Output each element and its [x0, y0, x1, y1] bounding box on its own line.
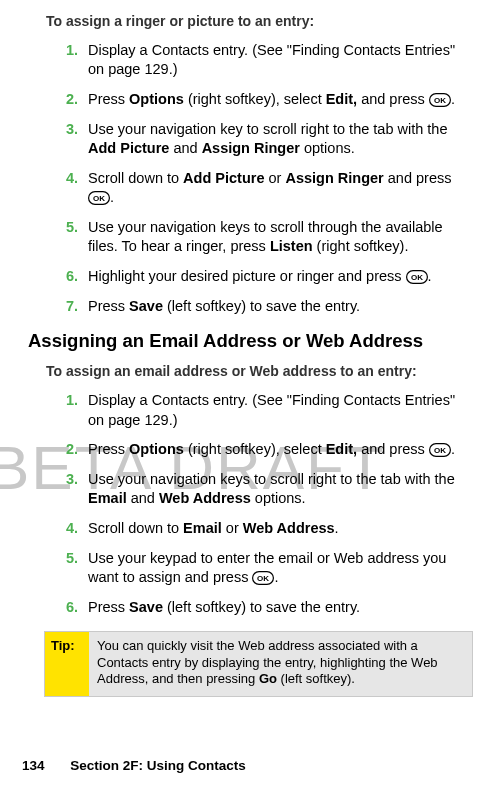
step-text: Use your navigation keys to scroll throu… — [88, 218, 473, 257]
section2-step-3: 3.Use your navigation keys to scroll rig… — [44, 470, 473, 509]
footer-section: Section 2F: Using Contacts — [70, 758, 246, 773]
step-number: 4. — [44, 519, 88, 539]
step-number: 6. — [44, 267, 88, 287]
step-text: Use your navigation key to scroll right … — [88, 120, 473, 159]
step-text: Press Options (right softkey), select Ed… — [88, 90, 473, 110]
step-number: 1. — [44, 391, 88, 430]
ok-key-icon: OK — [252, 571, 274, 585]
section1-step-1: 1.Display a Contacts entry. (See "Findin… — [44, 41, 473, 80]
section1-step-7: 7.Press Save (left softkey) to save the … — [44, 297, 473, 317]
section1-step-6: 6.Highlight your desired picture or ring… — [44, 267, 473, 287]
step-text: Display a Contacts entry. (See "Finding … — [88, 41, 473, 80]
step-number: 5. — [44, 218, 88, 257]
section1-steps: 1.Display a Contacts entry. (See "Findin… — [44, 41, 473, 316]
section1-step-3: 3.Use your navigation key to scroll righ… — [44, 120, 473, 159]
section1-intro: To assign a ringer or picture to an entr… — [46, 12, 473, 31]
page-footer: 134 Section 2F: Using Contacts — [22, 758, 246, 773]
ok-key-icon: OK — [429, 443, 451, 457]
section2-steps: 1.Display a Contacts entry. (See "Findin… — [44, 391, 473, 617]
section2-step-5: 5.Use your keypad to enter the email or … — [44, 549, 473, 588]
page-number: 134 — [22, 758, 45, 773]
step-number: 4. — [44, 169, 88, 208]
step-number: 3. — [44, 470, 88, 509]
step-text: Display a Contacts entry. (See "Finding … — [88, 391, 473, 430]
ok-key-icon: OK — [88, 191, 110, 205]
tip-label: Tip: — [45, 632, 89, 696]
ok-key-icon: OK — [429, 93, 451, 107]
ok-key-icon: OK — [406, 270, 428, 284]
section2-step-4: 4.Scroll down to Email or Web Address. — [44, 519, 473, 539]
step-number: 7. — [44, 297, 88, 317]
step-text: Use your keypad to enter the email or We… — [88, 549, 473, 588]
tip-box: Tip: You can quickly visit the Web addre… — [44, 631, 473, 697]
step-text: Scroll down to Add Picture or Assign Rin… — [88, 169, 473, 208]
step-text: Scroll down to Email or Web Address. — [88, 519, 473, 539]
svg-text:OK: OK — [434, 446, 446, 455]
step-text: Use your navigation keys to scroll right… — [88, 470, 473, 509]
heading-email-web: Assigning an Email Address or Web Addres… — [28, 330, 473, 352]
step-number: 5. — [44, 549, 88, 588]
section2-intro: To assign an email address or Web addres… — [46, 362, 473, 381]
svg-text:OK: OK — [257, 574, 269, 583]
step-text: Press Options (right softkey), select Ed… — [88, 440, 473, 460]
section1-step-2: 2.Press Options (right softkey), select … — [44, 90, 473, 110]
svg-text:OK: OK — [411, 273, 423, 282]
section1-step-5: 5.Use your navigation keys to scroll thr… — [44, 218, 473, 257]
section2-step-1: 1.Display a Contacts entry. (See "Findin… — [44, 391, 473, 430]
section2-step-2: 2.Press Options (right softkey), select … — [44, 440, 473, 460]
step-number: 3. — [44, 120, 88, 159]
step-text: Highlight your desired picture or ringer… — [88, 267, 473, 287]
tip-text: You can quickly visit the Web address as… — [89, 632, 472, 696]
svg-text:OK: OK — [434, 96, 446, 105]
step-text: Press Save (left softkey) to save the en… — [88, 297, 473, 317]
svg-text:OK: OK — [93, 194, 105, 203]
step-text: Press Save (left softkey) to save the en… — [88, 598, 473, 618]
step-number: 1. — [44, 41, 88, 80]
step-number: 6. — [44, 598, 88, 618]
step-number: 2. — [44, 440, 88, 460]
section1-step-4: 4.Scroll down to Add Picture or Assign R… — [44, 169, 473, 208]
step-number: 2. — [44, 90, 88, 110]
section2-step-6: 6.Press Save (left softkey) to save the … — [44, 598, 473, 618]
